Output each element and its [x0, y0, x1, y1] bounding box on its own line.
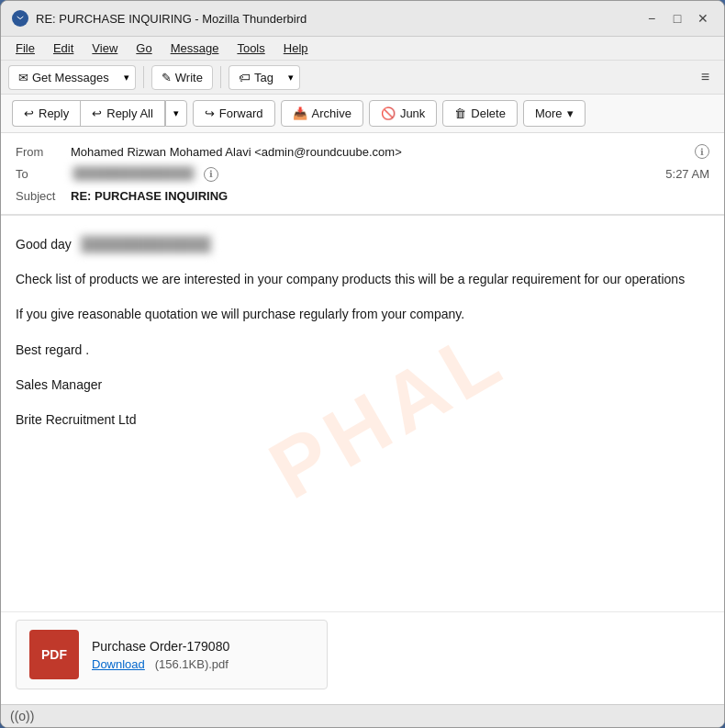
greeting-text: Good day	[16, 237, 72, 252]
forward-icon: ↪	[205, 106, 215, 120]
email-header: From Mohamed Rizwan Mohamed Alavi <admin…	[1, 133, 724, 215]
tag-icon: 🏷	[239, 71, 251, 84]
menu-bar: File Edit View Go Message Tools Help	[1, 37, 724, 61]
menu-go[interactable]: Go	[128, 39, 159, 58]
menu-help[interactable]: Help	[276, 39, 316, 58]
subject-value: RE: PURCHASE INQUIRING	[71, 189, 709, 203]
attachment-card: PDF Purchase Order-179080 Download (156.…	[16, 620, 328, 689]
junk-icon: 🚫	[381, 106, 396, 120]
attachment-area: PDF Purchase Order-179080 Download (156.…	[1, 611, 724, 704]
get-messages-label: Get Messages	[32, 71, 109, 84]
forward-button[interactable]: ↪ Forward	[193, 100, 275, 127]
get-messages-button[interactable]: ✉ Get Messages	[8, 65, 118, 90]
reply-all-icon: ↩	[92, 106, 102, 120]
window-controls: − □ ✕	[641, 8, 713, 28]
subject-row: Subject RE: PURCHASE INQUIRING	[16, 185, 709, 207]
email-content: Good day ██████████████ Check list of pr…	[16, 234, 709, 431]
write-button[interactable]: ✎ Write	[151, 65, 213, 90]
svg-point-0	[16, 14, 26, 24]
body-paragraph-2: If you give reasonable quotation we will…	[16, 304, 709, 324]
menu-message[interactable]: Message	[163, 39, 227, 58]
tag-button[interactable]: 🏷 Tag	[229, 65, 283, 90]
write-icon: ✎	[162, 71, 172, 84]
reply-icon: ↩	[24, 106, 34, 120]
get-messages-icon: ✉	[18, 71, 28, 84]
email-time: 5:27 AM	[665, 167, 709, 181]
separator-1	[143, 66, 144, 88]
more-dropdown-icon: ▾	[567, 106, 574, 120]
to-label: To	[16, 167, 71, 181]
hamburger-menu-button[interactable]: ≡	[694, 64, 717, 90]
menu-edit[interactable]: Edit	[46, 39, 81, 58]
separator-2	[220, 66, 221, 88]
download-link[interactable]: Download	[92, 657, 145, 671]
write-label: Write	[175, 71, 203, 84]
delete-button[interactable]: 🗑 Delete	[442, 100, 518, 127]
attachment-actions: Download (156.1KB).pdf	[92, 657, 229, 671]
action-bar: ↩ Reply ↩ Reply All ▾ ↪ Forward 📥 Archiv…	[1, 95, 724, 133]
app-window: RE: PURCHASE INQUIRING - Mozilla Thunder…	[0, 0, 725, 728]
to-value: ██████████████ ℹ	[71, 166, 665, 182]
more-label: More	[535, 106, 563, 120]
greeting-name: ██████████████	[79, 234, 214, 254]
attachment-size: (156.1KB).pdf	[148, 657, 228, 671]
email-body: PHAL Good day ██████████████ Check list …	[1, 216, 724, 612]
signature-line-1: Sales Manager	[16, 375, 709, 395]
archive-icon: 📥	[293, 106, 307, 120]
window-title: RE: PURCHASE INQUIRING - Mozilla Thunder…	[36, 12, 307, 26]
pdf-icon: PDF	[29, 630, 79, 679]
menu-view[interactable]: View	[84, 39, 125, 58]
more-button[interactable]: More ▾	[523, 100, 586, 127]
wifi-icon: ((o))	[10, 709, 34, 723]
forward-label: Forward	[219, 106, 263, 120]
get-messages-group: ✉ Get Messages ▾	[8, 65, 136, 90]
subject-label: Subject	[16, 189, 71, 203]
from-label: From	[16, 145, 71, 159]
to-info-icon[interactable]: ℹ	[204, 167, 218, 182]
reply-all-button[interactable]: ↩ Reply All	[80, 100, 165, 127]
delete-label: Delete	[471, 106, 506, 120]
tag-label: Tag	[254, 71, 273, 84]
junk-label: Junk	[400, 106, 425, 120]
from-value: Mohamed Rizwan Mohamed Alavi <admin@roun…	[71, 145, 691, 159]
title-bar-left: RE: PURCHASE INQUIRING - Mozilla Thunder…	[12, 10, 307, 27]
delete-icon: 🗑	[454, 106, 466, 120]
to-row: To ██████████████ ℹ 5:27 AM	[16, 162, 709, 185]
attachment-info: Purchase Order-179080 Download (156.1KB)…	[92, 639, 229, 671]
tag-dropdown[interactable]: ▾	[283, 65, 300, 90]
title-bar: RE: PURCHASE INQUIRING - Mozilla Thunder…	[1, 1, 724, 37]
maximize-button[interactable]: □	[667, 8, 687, 28]
reply-button[interactable]: ↩ Reply	[12, 100, 80, 127]
close-button[interactable]: ✕	[693, 8, 713, 28]
attachment-filename: Purchase Order-179080	[92, 639, 229, 654]
signature-line-2: Brite Recruitment Ltd	[16, 409, 709, 430]
reply-all-label: Reply All	[106, 106, 153, 120]
get-messages-dropdown[interactable]: ▾	[118, 65, 136, 90]
menu-file[interactable]: File	[8, 39, 42, 58]
reply-group: ↩ Reply ↩ Reply All ▾	[12, 100, 187, 127]
junk-button[interactable]: 🚫 Junk	[369, 100, 437, 127]
status-bar: ((o))	[1, 704, 724, 727]
tag-group: 🏷 Tag ▾	[229, 65, 300, 90]
reply-dropdown[interactable]: ▾	[165, 100, 187, 127]
body-paragraph-1: Check list of products we are interested…	[16, 269, 709, 289]
reply-label: Reply	[39, 106, 69, 120]
minimize-button[interactable]: −	[641, 8, 662, 28]
greeting-paragraph: Good day ██████████████	[16, 234, 709, 254]
more-group: More ▾	[523, 100, 586, 127]
from-row: From Mohamed Rizwan Mohamed Alavi <admin…	[16, 140, 709, 162]
from-info-icon[interactable]: ℹ	[695, 144, 709, 159]
archive-button[interactable]: 📥 Archive	[281, 100, 363, 127]
toolbar: ✉ Get Messages ▾ ✎ Write 🏷 Tag ▾ ≡	[1, 61, 724, 95]
body-paragraph-3: Best regard .	[16, 340, 709, 360]
app-icon	[12, 10, 28, 27]
to-blurred: ██████████████	[71, 166, 196, 180]
menu-tools[interactable]: Tools	[229, 39, 272, 58]
archive-label: Archive	[312, 106, 351, 120]
